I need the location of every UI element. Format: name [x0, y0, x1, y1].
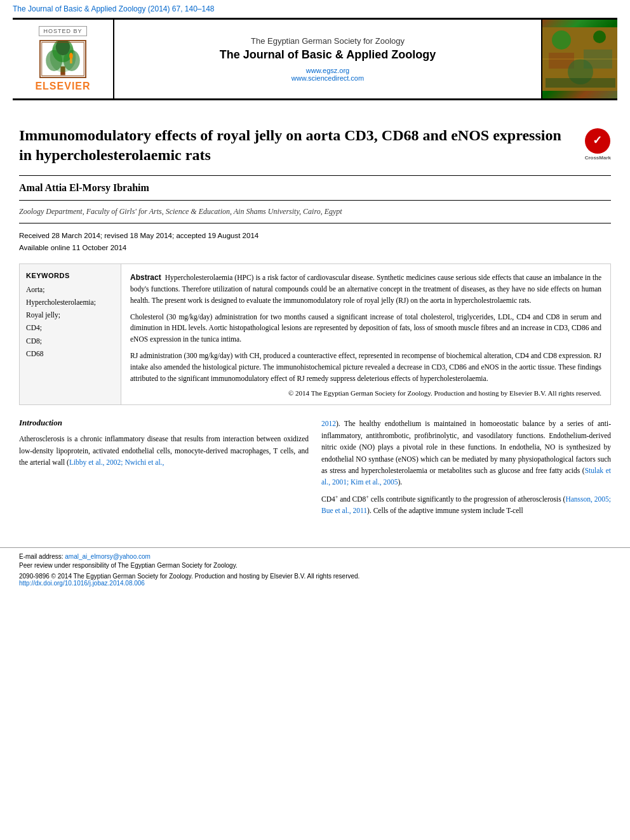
- footer-copyright: 2090-9896 © 2014 The Egyptian German Soc…: [19, 573, 611, 580]
- journal-title-header: The Journal of Basic & Applied Zoology: [220, 48, 436, 62]
- footer-doi[interactable]: http://dx.doi.org/10.1016/j.jobaz.2014.0…: [19, 580, 611, 587]
- author-name: Amal Attia El-Morsy Ibrahim: [19, 182, 611, 194]
- keyword-4: CD4;: [26, 323, 114, 333]
- intro-ref-end: ).: [398, 478, 402, 486]
- keyword-6: CD68: [26, 349, 114, 359]
- affiliation: Zoology Department, Faculty of Girls' fo…: [19, 207, 611, 217]
- journal-header: HOSTED BY ELSEVIER The Egyptian Ger: [13, 18, 617, 100]
- elsevier-wordmark: ELSEVIER: [35, 81, 90, 92]
- abstract-copyright: © 2014 The Egyptian German Society for Z…: [130, 389, 601, 397]
- intro-right-para2: CD4+ and CD8+ cells contribute significa…: [321, 493, 611, 517]
- top-bar: The Journal of Basic & Applied Zoology (…: [0, 0, 630, 18]
- svg-rect-16: [546, 78, 615, 88]
- cd-cont: cells contribute significantly to the pr…: [369, 495, 566, 503]
- abstract-column: Abstract Hypercholesterolaemia (HPC) is …: [121, 264, 610, 404]
- footer-email: E-mail address: amal_ai_elmorsy@yahoo.co…: [19, 553, 611, 560]
- footer-peer-review: Peer review under responsibility of The …: [19, 562, 611, 569]
- abstract-para2: Cholesterol (30 mg/kg/day) administratio…: [130, 312, 601, 345]
- hosted-by-badge: HOSTED BY: [39, 26, 86, 36]
- abstract-label: Abstract: [130, 273, 161, 282]
- email-link[interactable]: amal_ai_elmorsy@yahoo.com: [65, 553, 151, 560]
- keyword-2: Hypercholesterolaemia;: [26, 297, 114, 307]
- intro-right-para1: 2012). The healthy endothelium is mainta…: [321, 418, 611, 488]
- journal-cover-image: [542, 20, 617, 98]
- keyword-1: Aorta;: [26, 284, 114, 295]
- and-text: and CD8: [338, 495, 366, 503]
- svg-point-11: [552, 30, 571, 50]
- introduction-title: Introduction: [19, 418, 309, 428]
- journal-citation-link[interactable]: The Journal of Basic & Applied Zoology (…: [13, 4, 215, 13]
- sciencedirect-url[interactable]: www.sciencedirect.com: [292, 74, 364, 82]
- egsz-url[interactable]: www.egsz.org: [292, 67, 364, 74]
- keywords-column: KEYWORDS Aorta; Hypercholesterolaemia; R…: [20, 264, 121, 404]
- body-columns: Introduction Atherosclerosis is a chroni…: [19, 418, 611, 521]
- footer: E-mail address: amal_ai_elmorsy@yahoo.co…: [0, 547, 630, 593]
- elsevier-logo: ELSEVIER: [35, 40, 90, 92]
- ref-libby[interactable]: Libby et al., 2002; Nwichi et al.,: [69, 458, 164, 466]
- ref-2012[interactable]: 2012: [321, 420, 336, 427]
- keyword-3: Royal jelly;: [26, 310, 114, 320]
- abstract-text-1: Hypercholesterolaemia (HPC) is a risk fa…: [130, 274, 601, 304]
- society-name: The Egyptian German Society for Zoology: [251, 36, 405, 46]
- title-divider: [19, 175, 611, 176]
- main-content: Immunomodulatory effects of royal jelly …: [0, 100, 630, 535]
- email-label: E-mail address:: [19, 553, 63, 560]
- author-divider: [19, 200, 611, 201]
- svg-point-7: [69, 53, 73, 58]
- cd4-text: CD4: [321, 495, 335, 503]
- dates-block: Received 28 March 2014; revised 18 May 2…: [19, 230, 611, 253]
- keywords-title: KEYWORDS: [26, 272, 114, 279]
- crossmark-badge[interactable]: ✓ CrossMark: [585, 128, 611, 161]
- received-date: Received 28 March 2014; revised 18 May 2…: [19, 232, 258, 239]
- intro-right-text1: The healthy endothelium is maintained in…: [321, 420, 611, 474]
- doi-link[interactable]: http://dx.doi.org/10.1016/j.jobaz.2014.0…: [19, 580, 145, 587]
- abstract-para3: RJ administration (300 mg/kg/day) with C…: [130, 350, 601, 384]
- svg-point-12: [593, 30, 606, 43]
- crossmark-label: CrossMark: [585, 155, 611, 161]
- abstract-para1: Abstract Hypercholesterolaemia (HPC) is …: [130, 272, 601, 306]
- article-title-text: Immunomodulatory effects of royal jelly …: [19, 126, 572, 165]
- header-right-image: [541, 20, 617, 98]
- elsevier-tree-icon: [37, 40, 88, 78]
- crossmark-icon[interactable]: ✓: [585, 128, 610, 154]
- body-left-column: Introduction Atherosclerosis is a chroni…: [19, 418, 309, 521]
- journal-urls: www.egsz.org www.sciencedirect.com: [292, 67, 364, 82]
- available-date: Available online 11 October 2014: [19, 244, 126, 251]
- cover-art-icon: [542, 27, 617, 91]
- header-left: HOSTED BY ELSEVIER: [13, 20, 114, 98]
- abstract-section: KEYWORDS Aorta; Hypercholesterolaemia; R…: [19, 263, 611, 405]
- intro-para1: Atherosclerosis is a chronic inflammator…: [19, 433, 309, 468]
- cd-end: ). Cells of the adaptive immune system i…: [367, 507, 523, 514]
- affil-divider: [19, 223, 611, 223]
- body-right-column: 2012). The healthy endothelium is mainta…: [321, 418, 611, 521]
- header-center: The Egyptian German Society for Zoology …: [114, 20, 541, 98]
- keyword-5: CD8;: [26, 336, 114, 346]
- article-title-block: Immunomodulatory effects of royal jelly …: [19, 126, 611, 165]
